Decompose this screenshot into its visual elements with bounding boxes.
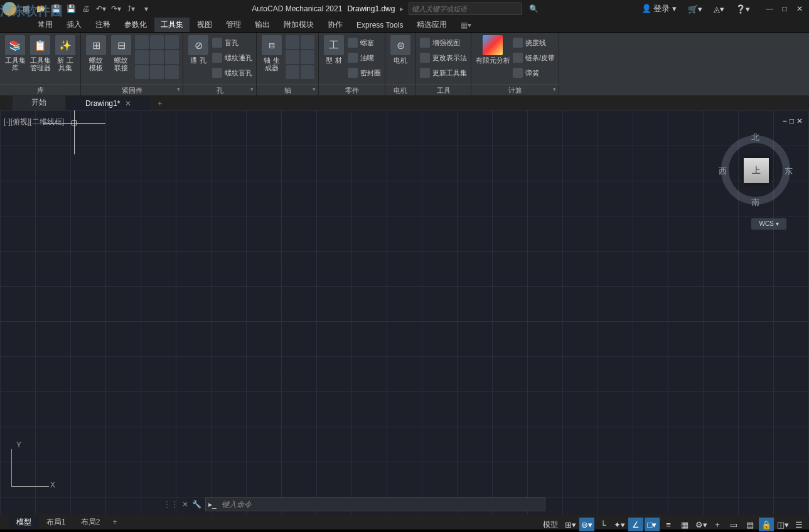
status-annoscale-icon[interactable]: ▤ [742,518,758,531]
status-layout-icon[interactable]: ▭ [726,518,741,531]
status-transparency-icon[interactable]: ▦ [677,518,692,531]
fastener-icon-3[interactable] [165,35,179,49]
fastener-icon-5[interactable] [150,50,164,64]
cmd-custom-icon[interactable]: 🔧 [192,500,201,509]
share-icon[interactable]: ⤴▾ [124,2,138,16]
btn-profile[interactable]: 工型 材 [323,35,345,83]
doc-tab-start[interactable]: 开始 [13,95,65,110]
redo-icon[interactable]: ↷▾ [109,2,123,16]
tab-parametric[interactable]: 参数化 [118,18,153,32]
add-layout-button[interactable]: + [107,516,122,528]
status-osnap-icon[interactable]: □▾ [645,518,660,531]
tab-view[interactable]: 视图 [191,18,218,32]
minimize-button[interactable]: — [763,2,776,16]
new-tab-button[interactable]: + [151,97,168,110]
doc-tab-drawing1[interactable]: Drawing1*✕ [67,97,150,110]
btn-change-rep[interactable]: 更改表示法 [420,50,467,65]
vp-minimize-button[interactable]: − [783,117,787,125]
app-logo-icon[interactable] [3,2,16,16]
shaft-icon-2[interactable] [301,35,314,49]
print-icon[interactable]: 🖨 [79,2,93,16]
btn-library-manager[interactable]: 📋工具集 管理器 [29,35,51,83]
btn-plug[interactable]: 螺塞 [348,35,381,50]
qat-dropdown-icon[interactable]: ▾ [139,2,153,16]
status-snap-icon[interactable]: ⊚▾ [579,518,594,531]
command-input[interactable]: ▸_ 键入命令 [205,497,545,511]
tab-home[interactable]: 常用 [31,18,59,32]
status-isolate-icon[interactable]: ◫▾ [775,518,790,531]
btn-thread-connect[interactable]: ⊟螺纹 联接 [110,35,132,83]
btn-spring[interactable]: 弹簧 [513,65,555,80]
status-polar-icon[interactable]: ✦▾ [612,518,627,531]
shaft-icon-3[interactable] [286,50,299,64]
tab-output[interactable]: 输出 [249,18,276,32]
fastener-icon-2[interactable] [150,35,164,49]
viewcube-north[interactable]: 北 [751,132,759,143]
cmd-grip-icon[interactable]: ⋮⋮ [163,500,178,509]
status-model-label[interactable]: 模型 [539,519,562,530]
undo-icon[interactable]: ↶▾ [94,2,108,16]
tab-insert[interactable]: 插入 [60,18,88,32]
close-icon[interactable]: ✕ [125,99,131,108]
btn-through-hole[interactable]: ⊘通 孔 [187,35,210,83]
fastener-icon-1[interactable] [135,35,149,49]
viewcube-west[interactable]: 西 [719,166,727,177]
btn-nipple[interactable]: 油嘴 [348,50,381,65]
vp-maximize-button[interactable]: □ [790,117,794,125]
status-lock-icon[interactable]: 🔒 [759,518,774,531]
btn-new-toolset[interactable]: ✨新 工具集 [54,35,77,83]
drawing-canvas[interactable]: [-][俯视][二维线框] − □ ✕ 上 北 南 西 东 WCS ▾ Y X … [0,110,809,514]
tab-manage[interactable]: 管理 [220,18,247,32]
help-icon[interactable]: ❔▾ [732,4,754,14]
signin-button[interactable]: 👤 登录 ▾ [638,3,680,14]
btn-chain-belt[interactable]: 链条/皮带 [513,50,555,65]
btn-thread-template[interactable]: ⊞螺纹 模板 [85,35,107,83]
fastener-icon-7[interactable] [135,65,149,79]
btn-thread-through-hole[interactable]: 螺纹通孔 [212,50,252,65]
fastener-icon-4[interactable] [135,50,149,64]
maximize-button[interactable]: □ [778,2,791,16]
fastener-icon-6[interactable] [165,50,179,64]
layout-tab-layout2[interactable]: 布局2 [73,515,108,529]
search-input[interactable] [409,3,522,15]
shaft-icon-4[interactable] [301,50,314,64]
btn-library[interactable]: 📚工具集 库 [4,35,26,83]
shaft-icon-6[interactable] [301,65,314,79]
status-gear-icon[interactable]: ⚙▾ [694,518,709,531]
status-plus-icon[interactable]: + [710,518,725,531]
btn-enhanced-view[interactable]: 增强视图 [420,35,467,50]
ribbon-switch-icon[interactable]: ▦▾ [454,19,478,31]
save-icon[interactable]: 💾 [49,2,63,16]
btn-seal[interactable]: 密封圈 [348,65,381,80]
cart-icon[interactable]: 🛒▾ [684,4,706,14]
viewcube-top[interactable]: 上 [744,158,769,183]
btn-update-toolset[interactable]: 更新工具集 [420,65,467,80]
viewport-label[interactable]: [-][俯视][二维线框] [4,117,64,127]
status-ortho-icon[interactable]: └ [596,518,611,531]
btn-motor[interactable]: ⊜电机 [389,35,412,83]
tab-toolset[interactable]: 工具集 [154,18,190,32]
new-icon[interactable]: ▦ [19,2,33,16]
status-grid-icon[interactable]: ⊞▾ [563,518,578,531]
status-lineweight-icon[interactable]: ≡ [661,518,676,531]
viewcube-east[interactable]: 东 [785,166,793,177]
shaft-icon-5[interactable] [286,65,299,79]
tab-annotate[interactable]: 注释 [89,18,117,32]
open-icon[interactable]: 📂 [34,2,48,16]
wcs-dropdown[interactable]: WCS ▾ [751,218,786,230]
btn-shaft-generator[interactable]: ⧈轴 生成器 [260,35,283,83]
fastener-icon-8[interactable] [150,65,164,79]
shaft-icon-1[interactable] [286,35,299,49]
btn-blind-hole[interactable]: 盲孔 [212,35,252,50]
viewcube-south[interactable]: 南 [751,197,759,208]
autodesk-icon[interactable]: ◬▾ [710,4,728,14]
layout-tab-layout1[interactable]: 布局1 [39,515,73,529]
tab-addins[interactable]: 附加模块 [277,18,320,32]
status-track-icon[interactable]: ∠ [628,518,643,531]
vp-close-button[interactable]: ✕ [796,117,803,125]
btn-deflection[interactable]: 挠度线 [513,35,555,50]
saveas-icon[interactable]: 💾 [64,2,78,16]
tab-collab[interactable]: 协作 [321,18,349,32]
search-icon[interactable]: 🔍 [529,4,538,13]
cmd-close-icon[interactable]: ✕ [182,500,188,509]
